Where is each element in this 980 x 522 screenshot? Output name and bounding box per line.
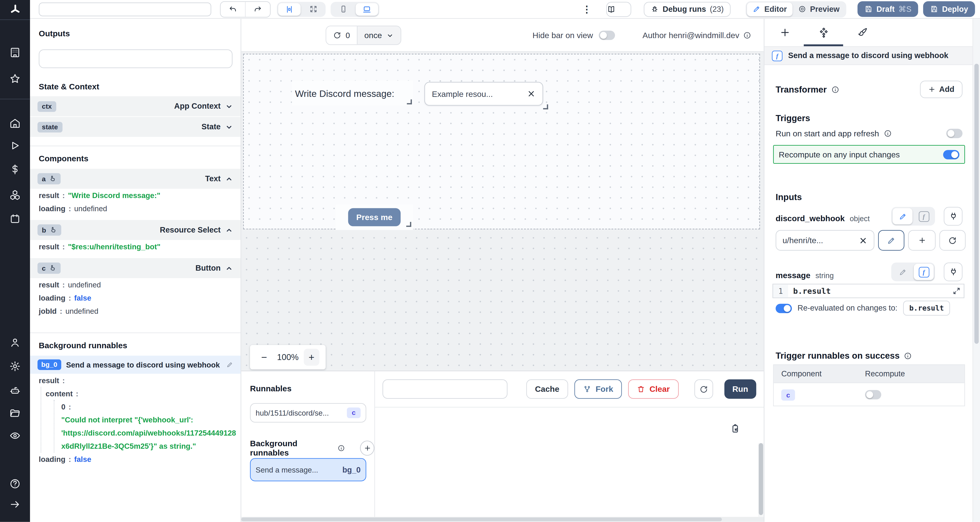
text-component[interactable]: Write Discord message: <box>292 81 413 105</box>
redo-button[interactable] <box>245 2 270 17</box>
message-expression-editor[interactable]: 1 b.result <box>772 284 964 298</box>
code-vertical-scrollbar[interactable] <box>758 443 764 517</box>
refresh-resource-button[interactable] <box>939 230 966 251</box>
zoom-out-button[interactable]: − <box>256 349 272 366</box>
insert-plus-tab-icon[interactable] <box>780 27 791 38</box>
tab-editor[interactable]: Editor <box>747 2 792 16</box>
resize-handle[interactable] <box>407 99 412 104</box>
static-pencil-mode-button[interactable] <box>892 264 912 280</box>
desktop-view-button[interactable] <box>356 3 378 15</box>
code-horizontal-scrollbar[interactable] <box>241 517 764 522</box>
debug-runs-button[interactable]: Debug runs (23) <box>644 2 730 17</box>
component-c-chip[interactable]: c <box>781 389 795 401</box>
runnable-item[interactable]: hub/1511/discord/se... c <box>250 403 366 422</box>
schedule-dropdown[interactable]: once <box>358 26 401 45</box>
collapse-arrow-right-icon[interactable] <box>9 499 21 510</box>
app-canvas[interactable]: Write Discord message: Example resou... … <box>241 52 764 371</box>
refresh-counter-button[interactable]: 0 <box>326 26 358 45</box>
component-c-row[interactable]: c Button <box>30 258 240 278</box>
runs-play-icon[interactable] <box>9 140 21 151</box>
resource-picker[interactable]: u/henri/te... <box>776 230 874 251</box>
bg0-row[interactable]: bg_0 Send a message to discord using web… <box>30 356 240 374</box>
resources-cubes-icon[interactable] <box>9 189 21 201</box>
edit-resource-button[interactable] <box>878 230 904 251</box>
docs-book-button[interactable] <box>606 2 631 17</box>
draft-button[interactable]: Draft ⌘S <box>858 2 918 17</box>
folders-icon[interactable] <box>9 407 21 419</box>
info-icon[interactable] <box>337 444 345 452</box>
favorites-star-icon[interactable] <box>9 73 21 84</box>
app-summary-input[interactable] <box>39 2 211 16</box>
reevaluate-target-chip[interactable]: b.result <box>903 301 950 315</box>
component-b-row[interactable]: b Resource Select <box>30 220 240 240</box>
center-layout-button[interactable] <box>278 3 301 15</box>
tab-preview[interactable]: Preview <box>792 2 845 16</box>
eval-f-mode-button[interactable]: f <box>914 264 934 280</box>
chevron-up-icon[interactable] <box>225 226 233 234</box>
input2-connect-plug-button[interactable] <box>944 263 963 281</box>
info-icon[interactable] <box>831 85 839 94</box>
windmill-logo-icon[interactable] <box>0 0 30 19</box>
zoom-in-button[interactable]: + <box>304 349 320 366</box>
button-component[interactable]: Press me <box>336 204 413 230</box>
clear-x-icon[interactable] <box>859 236 868 245</box>
add-background-runnable-button[interactable] <box>360 441 374 455</box>
fork-button[interactable]: Fork <box>574 379 622 399</box>
resize-handle[interactable] <box>543 104 548 109</box>
static-pencil-mode-button[interactable] <box>892 208 912 224</box>
more-menu-kebab-icon[interactable]: ⋮ <box>581 4 593 14</box>
cache-button[interactable]: Cache <box>526 379 568 399</box>
components-diamonds-tab-icon[interactable] <box>818 27 829 38</box>
workers-robot-icon[interactable] <box>9 385 21 396</box>
recompute-toggle[interactable] <box>943 150 959 159</box>
deploy-button[interactable]: Deploy <box>923 2 975 17</box>
schedules-calendar-icon[interactable] <box>9 213 21 224</box>
resize-handle[interactable] <box>406 222 411 227</box>
clear-button[interactable]: Clear <box>628 379 679 399</box>
clear-x-icon[interactable] <box>527 89 536 98</box>
add-transformer-button[interactable]: Add <box>920 81 963 98</box>
settings-gear-icon[interactable] <box>9 361 21 372</box>
runnable-name-input[interactable] <box>382 379 508 399</box>
right-scrollbar[interactable] <box>972 19 980 522</box>
help-question-icon[interactable] <box>9 478 21 490</box>
chevron-down-icon[interactable] <box>225 123 233 131</box>
code-editor[interactable] <box>375 407 764 517</box>
style-paintbrush-tab-icon[interactable] <box>857 27 868 38</box>
input1-connect-plug-button[interactable] <box>944 207 963 226</box>
scrollbar-thumb[interactable] <box>974 64 978 344</box>
run-on-start-toggle[interactable] <box>946 129 963 138</box>
chevron-up-icon[interactable] <box>225 264 233 272</box>
workspace-icon[interactable] <box>9 47 21 58</box>
prop-value: false <box>74 455 91 463</box>
search-outputs-input[interactable] <box>39 49 232 68</box>
expand-layout-button[interactable] <box>302 3 325 15</box>
row-recompute-toggle[interactable] <box>865 390 881 399</box>
background-runnable-item-selected[interactable]: Send a message... bg_0 <box>250 458 366 481</box>
run-button[interactable]: Run <box>724 379 756 399</box>
clipboard-paste-icon[interactable] <box>730 424 740 434</box>
hide-bar-toggle[interactable] <box>599 30 615 40</box>
resource-select-component[interactable]: Example resou... <box>425 82 543 106</box>
info-icon[interactable] <box>904 352 912 360</box>
eval-f-mode-button[interactable]: f <box>914 208 934 224</box>
info-icon[interactable] <box>743 31 751 40</box>
chevron-down-icon[interactable] <box>225 102 233 110</box>
state-row[interactable]: state State <box>30 117 240 137</box>
expand-icon[interactable] <box>953 287 961 295</box>
undo-button[interactable] <box>221 2 245 17</box>
reevaluate-toggle[interactable] <box>776 304 792 313</box>
chevron-up-icon[interactable] <box>225 175 233 183</box>
users-person-icon[interactable] <box>9 337 21 348</box>
mobile-view-button[interactable] <box>332 3 354 15</box>
add-resource-button[interactable] <box>908 230 935 251</box>
component-a-row[interactable]: a Text <box>30 169 240 189</box>
edit-pencil-icon[interactable] <box>226 361 233 368</box>
variables-dollar-icon[interactable] <box>9 164 21 175</box>
press-me-button[interactable]: Press me <box>348 208 401 226</box>
home-icon[interactable] <box>9 118 21 129</box>
info-icon[interactable] <box>883 129 891 137</box>
audit-eye-icon[interactable] <box>9 430 21 441</box>
refresh-code-button[interactable] <box>695 379 713 399</box>
ctx-row[interactable]: ctx App Context <box>30 96 240 116</box>
